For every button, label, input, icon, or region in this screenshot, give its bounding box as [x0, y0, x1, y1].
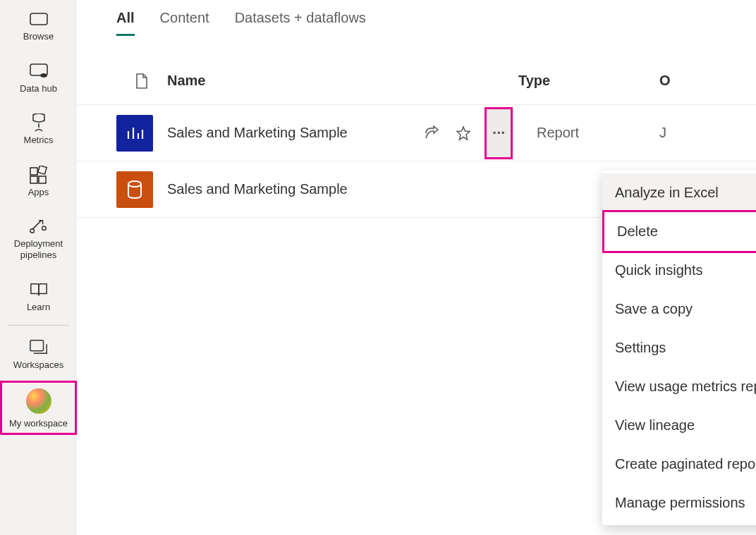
sidebar-label: Workspaces [13, 359, 63, 371]
tab-content[interactable]: Content [160, 10, 209, 36]
table-header: Name Type O [77, 57, 756, 105]
pipelines-icon [30, 217, 48, 235]
sidebar-label: Browse [23, 31, 54, 42]
menu-item-save-copy[interactable]: Save a copy [602, 290, 756, 328]
tab-all[interactable]: All [116, 10, 135, 36]
row-icon-cell [116, 115, 167, 152]
main-content: All Content Datasets + dataflows Name Ty… [77, 0, 756, 535]
menu-item-lineage[interactable]: View lineage [602, 406, 756, 445]
workspaces-icon [30, 338, 48, 357]
star-icon [456, 125, 471, 141]
column-icon [116, 73, 167, 90]
menu-item-usage-metrics[interactable]: View usage metrics report [602, 367, 756, 406]
sidebar-label: Apps [28, 187, 49, 198]
svg-rect-10 [30, 340, 43, 351]
dataset-icon [116, 171, 153, 208]
sidebar-item-metrics[interactable]: Metrics [0, 104, 77, 156]
sidebar-item-browse[interactable]: Browse [0, 0, 77, 52]
learn-icon [30, 281, 48, 299]
menu-item-analyze[interactable]: Analyze in Excel [602, 173, 756, 212]
svg-point-9 [42, 226, 46, 230]
sidebar-item-datahub[interactable]: Data hub [0, 52, 77, 104]
column-owner[interactable]: O [659, 73, 671, 89]
menu-item-paginated[interactable]: Create paginated report [602, 445, 756, 484]
svg-point-15 [128, 181, 141, 187]
svg-rect-5 [30, 176, 37, 183]
row-name[interactable]: Sales and Marketing Sample [167, 125, 421, 141]
more-options-button[interactable]: ··· [484, 107, 513, 159]
column-type[interactable]: Type [518, 73, 659, 89]
svg-rect-7 [37, 166, 46, 174]
tabs: All Content Datasets + dataflows [77, 0, 756, 36]
apps-icon [30, 166, 48, 184]
table-row[interactable]: Sales and Marketing Sample ··· Report J [77, 105, 756, 161]
menu-item-settings[interactable]: Settings [602, 328, 756, 367]
sidebar-item-pipelines[interactable]: Deployment pipelines [0, 207, 77, 270]
row-name[interactable]: Sales and Marketing Sample [167, 181, 421, 197]
context-menu: Analyze in Excel Delete Quick insights S… [602, 171, 756, 525]
sidebar-item-workspaces[interactable]: Workspaces [0, 328, 77, 381]
sidebar: Browse Data hub Metrics Apps Deployment … [0, 0, 77, 535]
avatar [26, 388, 51, 414]
tab-datasets[interactable]: Datasets + dataflows [235, 10, 366, 36]
svg-rect-6 [39, 176, 46, 183]
row-actions: ··· [421, 107, 518, 159]
file-icon [135, 73, 149, 90]
menu-item-manage-permissions[interactable]: Manage permissions [602, 484, 756, 522]
svg-rect-0 [30, 13, 47, 25]
share-icon [424, 125, 439, 141]
datahub-icon [30, 62, 48, 80]
svg-rect-4 [30, 168, 37, 175]
row-icon-cell [116, 171, 167, 208]
sidebar-label: Learn [27, 302, 50, 313]
menu-item-quick-insights[interactable]: Quick insights [602, 251, 756, 290]
browse-icon [30, 10, 48, 28]
sidebar-item-my-workspace[interactable]: My workspace [0, 381, 77, 436]
svg-point-2 [40, 73, 47, 78]
report-icon [116, 115, 153, 152]
sidebar-label: Data hub [20, 83, 57, 94]
sidebar-divider [8, 325, 69, 326]
sidebar-item-learn[interactable]: Learn [0, 271, 77, 323]
favorite-button[interactable] [453, 119, 473, 147]
share-button[interactable] [421, 119, 441, 147]
sidebar-label: My workspace [9, 418, 68, 429]
row-type: Report [518, 125, 659, 141]
metrics-icon [30, 113, 48, 132]
row-owner: J [659, 125, 666, 141]
sidebar-label: Metrics [24, 135, 54, 146]
menu-item-delete[interactable]: Delete [602, 210, 756, 253]
sidebar-item-apps[interactable]: Apps [0, 156, 77, 208]
column-name[interactable]: Name [167, 73, 518, 89]
more-icon: ··· [492, 124, 505, 142]
sidebar-label: Deployment pipelines [0, 238, 77, 260]
